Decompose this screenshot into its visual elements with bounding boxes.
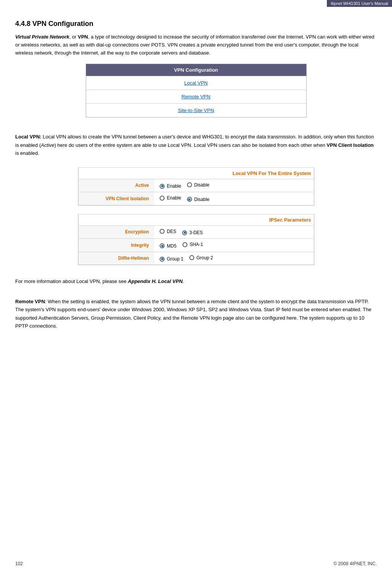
local-vpn-table: Local VPN For The Entire System Active E…	[78, 167, 314, 206]
sha1-radio[interactable]	[182, 242, 187, 247]
vpn-client-isolation-label: VPN Client Isolation	[78, 192, 154, 206]
encryption-label: Encryption	[78, 225, 154, 239]
md5-radio[interactable]	[160, 243, 165, 248]
group2-label: Group 2	[197, 255, 213, 260]
section-heading: 4.4.8 VPN Configuration	[15, 20, 377, 28]
encryption-row: Encryption DES 3-DES	[78, 225, 314, 239]
encryption-options: DES 3-DES	[154, 225, 314, 239]
group2-radio[interactable]	[189, 255, 194, 260]
isolation-enable-label: Enable	[167, 195, 181, 201]
ipsec-table: IPSec Parameters Encryption DES 3-DES In…	[78, 214, 314, 265]
group1-radio[interactable]	[160, 257, 165, 262]
integrity-options: MD5 SHA-1	[154, 239, 314, 252]
diffie-hellman-label: Diffie-Hellman	[78, 252, 154, 265]
active-disable-label: Disable	[194, 182, 210, 188]
active-disable-group[interactable]: Disable	[187, 182, 214, 188]
diffie-hellman-options: Group 1 Group 2	[154, 252, 314, 265]
integrity-row: Integrity MD5 SHA-1	[78, 239, 314, 252]
des-group[interactable]: DES	[160, 229, 181, 234]
local-vpn-link-row[interactable]: Local VPN	[86, 76, 306, 90]
page-header: 4ipnet WHG301 User's Manual	[327, 0, 392, 7]
active-enable-label: Enable	[167, 183, 181, 189]
sha1-group[interactable]: SHA-1	[182, 242, 208, 247]
page-footer: 102 © 2008 4IPNET, INC.	[0, 561, 392, 566]
active-disable-radio[interactable]	[187, 182, 192, 187]
active-word: Active	[41, 142, 54, 148]
local-vpn-table-header: Local VPN For The Entire System	[78, 167, 314, 179]
3des-label: 3-DES	[189, 230, 203, 235]
vpn-config-header: VPN Configuration	[86, 64, 306, 76]
active-enable-group[interactable]: Enable	[160, 183, 186, 189]
vpn-client-isolation-phrase: VPN Client Isolation	[326, 142, 374, 148]
site-to-site-vpn-link-row[interactable]: Site-to-Site VPN	[86, 104, 306, 117]
isolation-enable-radio[interactable]	[160, 196, 165, 201]
remote-vpn-description: Remote VPN: When the setting is enabled,…	[15, 297, 377, 330]
active-enable-radio[interactable]	[160, 184, 165, 189]
isolation-disable-radio[interactable]	[187, 197, 192, 202]
3des-radio[interactable]	[182, 230, 187, 235]
copyright: © 2008 4IPNET, INC.	[333, 561, 377, 566]
vpn-client-isolation-options: Enable Disable	[154, 192, 314, 206]
remote-vpn-label: Remote VPN	[15, 299, 45, 304]
sha1-label: SHA-1	[190, 242, 203, 247]
remote-vpn-link[interactable]: Remote VPN	[182, 94, 211, 100]
local-vpn-link[interactable]: Local VPN	[184, 80, 208, 86]
group2-group[interactable]: Group 2	[189, 255, 218, 260]
md5-label: MD5	[167, 243, 176, 249]
local-vpn-label: Local VPN:	[15, 134, 42, 140]
3des-group[interactable]: 3-DES	[182, 230, 207, 235]
ipsec-table-header: IPSec Parameters	[78, 214, 314, 225]
local-vpn-description: Local VPN: Local VPN allows to create th…	[15, 133, 377, 157]
site-to-site-vpn-link[interactable]: Site-to-Site VPN	[178, 108, 214, 113]
active-row: Active Enable Disable	[78, 179, 314, 192]
isolation-disable-group[interactable]: Disable	[187, 197, 214, 202]
group1-group[interactable]: Group 1	[160, 256, 188, 262]
vpn-config-table: VPN Configuration Local VPN Remote VPN S…	[86, 64, 307, 117]
des-label: DES	[167, 229, 176, 234]
des-radio[interactable]	[160, 229, 165, 234]
active-options: Enable Disable	[154, 179, 314, 192]
active-label: Active	[78, 179, 154, 192]
page-number: 102	[15, 561, 23, 566]
local-vpn-footer-text: For more information about Local VPN, pl…	[15, 277, 377, 285]
diffie-hellman-row: Diffie-Hellman Group 1 Group 2	[78, 252, 314, 265]
group1-label: Group 1	[167, 256, 183, 262]
remote-vpn-link-row[interactable]: Remote VPN	[86, 90, 306, 104]
appendix-link[interactable]: Appendix H. Local VPN	[128, 278, 183, 284]
md5-group[interactable]: MD5	[160, 243, 181, 249]
isolation-disable-label: Disable	[194, 197, 210, 202]
manual-title: 4ipnet WHG301 User's Manual	[331, 1, 388, 6]
isolation-enable-group[interactable]: Enable	[160, 195, 186, 201]
vpn-client-isolation-row: VPN Client Isolation Enable Disable	[78, 192, 314, 206]
integrity-label: Integrity	[78, 239, 154, 252]
intro-paragraph: Virtual Private Network, or VPN, a type …	[15, 33, 377, 57]
